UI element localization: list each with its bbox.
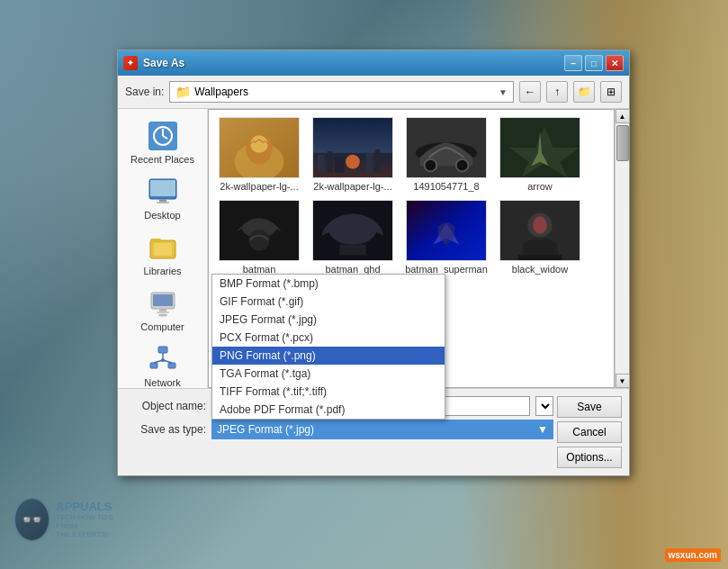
file-item-6[interactable]: batman_qhd bbox=[310, 200, 396, 275]
format-option-bmp[interactable]: BMP Format (*.bmp) bbox=[212, 275, 445, 293]
combo-dropdown-arrow: ▼ bbox=[499, 87, 508, 97]
scroll-down-button[interactable]: ▼ bbox=[616, 374, 630, 388]
sidebar-item-desktop[interactable]: Desktop bbox=[127, 172, 199, 224]
svg-rect-19 bbox=[168, 363, 175, 368]
scrollbar[interactable]: ▲ ▼ bbox=[615, 109, 629, 388]
file-item-2[interactable]: 2k-wallpaper-lg-... bbox=[310, 117, 396, 193]
sidebar-label-libraries: Libraries bbox=[143, 266, 181, 276]
view-button[interactable]: ⊞ bbox=[600, 81, 622, 103]
file-name-8: black_widow bbox=[512, 264, 568, 275]
wsxun-watermark: wsxun.com bbox=[665, 548, 721, 562]
bottom-rows-container: Object name: Save as type: JPEG Format (… bbox=[125, 396, 622, 468]
file-item-4[interactable]: arrow bbox=[497, 117, 583, 193]
cancel-button[interactable]: Cancel bbox=[557, 421, 622, 443]
bottom-area: Object name: Save as type: JPEG Format (… bbox=[118, 388, 629, 475]
svg-rect-15 bbox=[157, 312, 169, 313]
new-folder-button[interactable]: 📁 bbox=[573, 81, 595, 103]
file-thumb-6 bbox=[312, 200, 393, 261]
file-item-5[interactable]: batman bbox=[216, 200, 302, 275]
file-name-1: 2k-wallpaper-lg-... bbox=[220, 181, 298, 193]
toolbar: Save in: 📁 Wallpapers ▼ ← ↑ 📁 ⊞ bbox=[118, 76, 629, 109]
svg-rect-13 bbox=[153, 294, 173, 306]
sidebar: Recent Places Desktop bbox=[118, 109, 208, 388]
titlebar: ✦ Save As – □ ✕ bbox=[118, 50, 629, 76]
svg-point-23 bbox=[161, 358, 165, 362]
scroll-thumb[interactable] bbox=[616, 125, 629, 161]
file-item-3[interactable]: 1491054771_8 bbox=[403, 117, 490, 193]
format-dropdown-menu: BMP Format (*.bmp) GIF Format (*.gif) JP… bbox=[211, 274, 445, 420]
svg-rect-30 bbox=[318, 155, 325, 173]
format-option-tga[interactable]: TGA Format (*.tga) bbox=[212, 365, 445, 383]
sidebar-item-libraries[interactable]: Libraries bbox=[127, 228, 199, 280]
save-as-type-combo[interactable]: JPEG Format (*.jpg) ▼ bbox=[211, 420, 553, 439]
dialog-title: Save As bbox=[143, 57, 564, 69]
object-name-dropdown[interactable] bbox=[535, 396, 553, 416]
file-thumb-4 bbox=[499, 117, 580, 178]
file-thumb-3 bbox=[406, 117, 487, 178]
object-name-label: Object name: bbox=[125, 400, 206, 412]
sidebar-label-desktop: Desktop bbox=[144, 210, 180, 221]
file-item-1[interactable]: 2k-wallpaper-lg-... bbox=[216, 117, 302, 193]
sidebar-item-network[interactable]: Network bbox=[127, 339, 199, 388]
format-option-pdf[interactable]: Adobe PDF Format (*.pdf) bbox=[212, 401, 445, 419]
svg-point-35 bbox=[346, 155, 360, 169]
computer-icon bbox=[147, 287, 179, 320]
up-button[interactable]: ↑ bbox=[546, 81, 568, 103]
save-type-row: Save as type: JPEG Format (*.jpg) ▼ BMP … bbox=[125, 420, 553, 439]
svg-point-43 bbox=[248, 230, 269, 250]
back-button[interactable]: ← bbox=[519, 81, 541, 103]
combo-down-arrow: ▼ bbox=[537, 423, 548, 436]
side-buttons: Save Cancel Options... bbox=[557, 396, 622, 468]
save-as-type-label: Save as type: bbox=[125, 423, 206, 436]
recent-places-icon bbox=[147, 120, 179, 152]
svg-rect-7 bbox=[159, 199, 166, 202]
svg-rect-10 bbox=[150, 239, 161, 242]
format-option-gif[interactable]: GIF Format (*.gif) bbox=[212, 293, 445, 311]
file-name-4: arrow bbox=[527, 181, 553, 193]
maximize-button[interactable]: □ bbox=[585, 55, 603, 71]
svg-rect-45 bbox=[339, 245, 365, 256]
save-as-type-combo-wrapper: JPEG Format (*.jpg) ▼ BMP Format (*.bmp)… bbox=[211, 420, 553, 439]
file-item-7[interactable]: batman_superman bbox=[403, 200, 490, 275]
window-controls: – □ ✕ bbox=[564, 55, 624, 71]
format-option-pcx[interactable]: PCX Format (*.pcx) bbox=[212, 329, 445, 347]
folder-icon: 📁 bbox=[175, 85, 191, 99]
svg-rect-6 bbox=[150, 180, 175, 196]
svg-point-49 bbox=[533, 217, 547, 235]
file-thumb-5 bbox=[219, 200, 300, 261]
sidebar-label-recent-places: Recent Places bbox=[130, 154, 194, 165]
bottom-fields: Object name: Save as type: JPEG Format (… bbox=[125, 396, 553, 443]
save-in-combo[interactable]: 📁 Wallpapers ▼ bbox=[169, 81, 514, 103]
desktop-icon bbox=[147, 176, 179, 208]
svg-rect-31 bbox=[328, 151, 333, 172]
svg-rect-34 bbox=[374, 149, 380, 172]
svg-rect-11 bbox=[154, 243, 172, 256]
svg-rect-17 bbox=[158, 347, 167, 353]
appuals-tagline: TECH HOW-TO'S FROMTHE EXPERTS! bbox=[56, 513, 121, 539]
file-thumb-8 bbox=[499, 200, 580, 261]
save-in-label: Save in: bbox=[125, 86, 164, 98]
save-button[interactable]: Save bbox=[557, 396, 622, 418]
file-name-2: 2k-wallpaper-lg-... bbox=[313, 181, 391, 193]
file-item-8[interactable]: black_widow bbox=[497, 200, 583, 275]
sidebar-label-computer: Computer bbox=[140, 321, 184, 332]
format-option-tiff[interactable]: TIFF Format (*.tif;*.tiff) bbox=[212, 383, 445, 401]
scroll-up-button[interactable]: ▲ bbox=[616, 109, 630, 123]
svg-rect-50 bbox=[518, 256, 562, 261]
sidebar-item-recent-places[interactable]: Recent Places bbox=[127, 116, 199, 168]
appuals-icon: 👓 bbox=[13, 497, 50, 542]
svg-rect-33 bbox=[366, 153, 373, 173]
appuals-branding: 👓 APPUALS TECH HOW-TO'S FROMTHE EXPERTS! bbox=[13, 497, 121, 560]
appuals-name: APPUALS bbox=[56, 500, 121, 513]
close-button[interactable]: ✕ bbox=[606, 55, 624, 71]
minimize-button[interactable]: – bbox=[564, 55, 582, 71]
file-name-3: 1491054771_8 bbox=[413, 181, 479, 193]
format-option-jpeg[interactable]: JPEG Format (*.jpg) bbox=[212, 311, 445, 329]
svg-point-27 bbox=[250, 135, 268, 153]
svg-point-38 bbox=[425, 159, 437, 172]
options-button[interactable]: Options... bbox=[557, 447, 622, 468]
format-option-png[interactable]: PNG Format (*.png) bbox=[212, 347, 445, 365]
svg-rect-14 bbox=[159, 309, 166, 312]
sidebar-item-computer[interactable]: Computer bbox=[127, 284, 199, 336]
svg-point-16 bbox=[158, 314, 167, 317]
